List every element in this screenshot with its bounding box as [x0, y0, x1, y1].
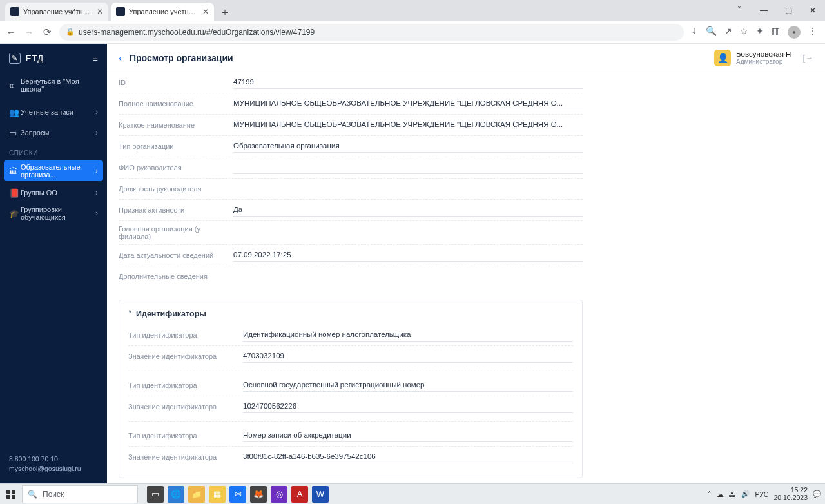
- field-value: Да: [233, 204, 583, 217]
- bookmark-icon[interactable]: ☆: [740, 26, 748, 39]
- sidepanel-icon[interactable]: ▥: [772, 26, 780, 39]
- logo-text: ЕТД: [26, 53, 44, 63]
- share-icon[interactable]: ↗: [724, 26, 732, 39]
- zoom-icon[interactable]: 🔍: [706, 26, 717, 39]
- window-minimize-button[interactable]: —: [752, 0, 776, 21]
- close-icon[interactable]: ✕: [97, 7, 103, 16]
- browser-tab-active[interactable]: Управление учётными запися ✕: [111, 3, 214, 21]
- install-icon[interactable]: ⤓: [690, 26, 698, 39]
- window-maximize-button[interactable]: ▢: [776, 0, 801, 21]
- search-icon: 🔍: [28, 490, 37, 499]
- new-tab-button[interactable]: ＋: [217, 4, 233, 21]
- app-icon[interactable]: ▦: [209, 486, 226, 503]
- field-value: 4703032109: [243, 350, 573, 363]
- field-label: Краткое наименование: [119, 121, 233, 129]
- browser-titlebar: Управление учётными запися ✕ Управление …: [0, 0, 825, 21]
- field-value: [233, 270, 583, 283]
- tray-volume-icon[interactable]: 🔊: [741, 490, 750, 498]
- back-button[interactable]: ‹: [119, 52, 122, 63]
- profile-avatar[interactable]: •: [788, 26, 801, 39]
- main-panel: ‹ Просмотр организации 👤 Бовсуновская Н …: [107, 44, 825, 483]
- start-button[interactable]: [0, 484, 22, 505]
- sidebar-item-groupings[interactable]: 🎓 Группировки обучающихся ›: [0, 203, 107, 224]
- footer-mail: myschool@gosuslugi.ru: [9, 464, 98, 474]
- address-bar[interactable]: 🔒 users-management.myschool.edu.ru/#/edu…: [59, 24, 684, 41]
- field-label: Тип идентификатора: [128, 382, 243, 389]
- lock-icon: 🔒: [66, 28, 75, 36]
- close-icon[interactable]: ✕: [202, 7, 209, 16]
- chevron-right-icon: ›: [95, 108, 98, 117]
- favicon-icon: [10, 7, 19, 16]
- taskview-icon[interactable]: ▭: [147, 486, 164, 503]
- edge-icon[interactable]: 🌐: [168, 486, 184, 503]
- footer-phone: 8 800 100 70 10: [9, 454, 98, 465]
- tray-language[interactable]: РУС: [755, 490, 768, 498]
- card-header[interactable]: ˅ Идентификаторы: [128, 304, 573, 321]
- field-label: Тип идентификатора: [128, 432, 243, 440]
- word-icon[interactable]: W: [312, 486, 329, 503]
- chevron-right-icon: ›: [95, 128, 98, 137]
- app-logo[interactable]: ✎ ЕТД: [9, 53, 44, 64]
- sidebar-toggle-icon[interactable]: ≡: [92, 53, 98, 64]
- tray-cloud-icon[interactable]: ☁: [717, 490, 724, 498]
- taskbar-search[interactable]: 🔍 Поиск: [22, 485, 138, 503]
- chevron-right-icon: ›: [95, 166, 98, 175]
- field-label: Признак активности: [119, 206, 233, 214]
- extensions-icon[interactable]: ✦: [756, 26, 764, 39]
- chevron-right-icon: ›: [95, 209, 98, 218]
- windows-taskbar: 🔍 Поиск ▭ 🌐 📁 ▦ ✉ 🦊 ◎ A W ˄ ☁ 🖧 🔊 РУС 15…: [0, 483, 825, 504]
- sidebar-item-requests[interactable]: ▭ Запросы ›: [0, 122, 107, 143]
- field-label: ФИО руководителя: [119, 164, 233, 171]
- user-avatar[interactable]: 👤: [714, 50, 731, 66]
- window-close-button[interactable]: ✕: [801, 0, 825, 21]
- explorer-icon[interactable]: 📁: [188, 486, 205, 503]
- bank-icon: 🏛: [9, 166, 21, 176]
- field-value: МУНИЦИПАЛЬНОЕ ОБЩЕОБРАЗОВАТЕЛЬНОЕ УЧРЕЖД…: [233, 97, 583, 110]
- nav-forward-icon[interactable]: →: [23, 26, 35, 37]
- sidebar-section-title: СПИСКИ: [0, 143, 107, 159]
- field-value: [233, 161, 583, 174]
- tray-network-icon[interactable]: 🖧: [729, 490, 736, 498]
- app-icon-2[interactable]: ◎: [271, 486, 287, 503]
- field-value: Номер записи об аккредитации: [243, 429, 573, 442]
- taskbar-clock[interactable]: 15:22 20.10.2023: [773, 487, 808, 501]
- mail-icon[interactable]: ✉: [229, 486, 246, 503]
- sidebar-item-label: Группировки обучающихся: [21, 206, 95, 221]
- reload-icon[interactable]: ⟳: [41, 26, 53, 38]
- sidebar-footer: 8 800 100 70 10 myschool@gosuslugi.ru: [0, 447, 107, 484]
- main-header: ‹ Просмотр организации 👤 Бовсуновская Н …: [107, 44, 825, 72]
- clock-date: 20.10.2023: [773, 494, 808, 502]
- menu-icon[interactable]: ⋮: [808, 26, 817, 39]
- field-value: [233, 226, 583, 239]
- browser-toolbar: ← → ⟳ 🔒 users-management.myschool.edu.ru…: [0, 21, 825, 44]
- notifications-icon[interactable]: 💬: [813, 490, 821, 498]
- sidebar-item-edu-orgs[interactable]: 🏛 Образовательные организа... ›: [4, 160, 103, 181]
- sidebar-item-label: Учётные записи: [21, 108, 95, 116]
- acrobat-icon[interactable]: A: [291, 486, 308, 503]
- screen-icon: ▭: [9, 128, 21, 138]
- graduation-icon: 🎓: [9, 209, 21, 218]
- sidebar-item-accounts[interactable]: 👥 Учётные записи ›: [0, 102, 107, 122]
- window-chevron-button[interactable]: ˅: [727, 0, 752, 21]
- browser-tab[interactable]: Управление учётными запися ✕: [5, 3, 108, 21]
- svg-rect-1: [12, 490, 15, 494]
- sidebar-back-link[interactable]: « Вернуться в "Моя школа": [0, 75, 107, 95]
- url-text: users-management.myschool.edu.ru/#/eduOr…: [79, 28, 315, 37]
- field-label: Дополнительные сведения: [119, 273, 233, 280]
- identifiers-card: ˅ Идентификаторы Тип идентификатораИдент…: [119, 300, 583, 478]
- sidebar: ✎ ЕТД ≡ « Вернуться в "Моя школа" 👥 Учёт…: [0, 44, 107, 483]
- sidebar-item-groups-oo[interactable]: 📕 Группы ОО ›: [0, 182, 107, 203]
- firefox-icon[interactable]: 🦊: [250, 486, 267, 503]
- people-icon: 👥: [9, 108, 21, 117]
- logo-icon: ✎: [9, 53, 21, 64]
- nav-back-icon[interactable]: ←: [5, 26, 17, 37]
- book-icon: 📕: [9, 188, 21, 198]
- svg-rect-3: [12, 495, 15, 499]
- tray-chevron-up-icon[interactable]: ˄: [708, 490, 712, 498]
- sidebar-item-label: Запросы: [21, 129, 95, 137]
- tab-title: Управление учётными запися: [129, 8, 197, 15]
- field-value: 3f00f81c-82ff-a146-b635-6e397542c106: [243, 451, 573, 463]
- field-label: Тип организации: [119, 142, 233, 150]
- logout-icon[interactable]: [→: [802, 53, 813, 63]
- card-title: Идентификаторы: [136, 309, 206, 318]
